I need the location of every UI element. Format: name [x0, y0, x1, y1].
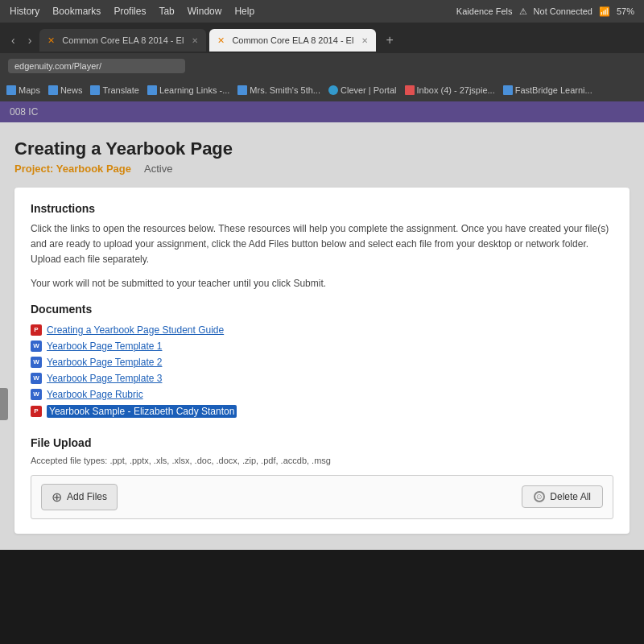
system-status: Kaidence Fels ⚠ Not Connected 📶 57%	[456, 6, 634, 17]
add-files-button[interactable]: ⊕ Add Files	[41, 484, 118, 510]
add-files-label: Add Files	[67, 491, 107, 502]
document-list: P Creating a Yearbook Page Student Guide…	[31, 322, 613, 420]
bookmark-fastbridge-label: FastBridge Learni...	[515, 85, 592, 95]
bookmark-clever[interactable]: Clever | Portal	[328, 85, 397, 95]
instructions-text-1: Click the links to open the resources be…	[31, 221, 613, 268]
bookmark-clever-label: Clever | Portal	[341, 85, 397, 95]
bookmark-maps[interactable]: Maps	[6, 85, 40, 95]
main-content: Creating a Yearbook Page Project: Yearbo…	[0, 122, 644, 550]
bookmark-smith-label: Mrs. Smith's 5th...	[250, 85, 320, 95]
tab-2-close[interactable]: ✕	[361, 36, 368, 45]
doc-icon-0: P	[31, 324, 42, 336]
tab-2-favicon: ✕	[217, 35, 227, 45]
menu-bar: History Bookmarks Profiles Tab Window He…	[0, 0, 644, 23]
bookmark-inbox-label: Inbox (4) - 27jspie...	[417, 85, 495, 95]
purple-bar-text: 008 IC	[10, 106, 38, 118]
file-upload-section: File Upload Accepted file types: .ppt, .…	[31, 436, 613, 519]
side-tab-handle[interactable]	[0, 388, 8, 420]
instructions-text-2: Your work will not be submitted to your …	[31, 276, 613, 291]
bookmark-news-icon	[48, 85, 58, 95]
doc-link-2[interactable]: Yearbook Page Template 2	[47, 357, 162, 368]
bookmark-learning-icon	[147, 85, 157, 95]
connection-label: Not Connected	[534, 6, 592, 16]
bookmark-translate[interactable]: Translate	[90, 85, 138, 95]
doc-icon-3: W	[31, 373, 42, 384]
delete-icon: ⊙	[534, 491, 545, 502]
documents-section: Documents P Creating a Yearbook Page Stu…	[31, 303, 613, 420]
doc-item-4: W Yearbook Page Rubric	[31, 386, 613, 402]
tab-1-label: Common Core ELA 8 2014 - El	[62, 35, 184, 45]
doc-item-1: W Yearbook Page Template 1	[31, 338, 613, 354]
doc-icon-4: W	[31, 389, 42, 400]
wifi-icon: 📶	[599, 6, 610, 17]
bookmark-maps-label: Maps	[19, 85, 40, 95]
upload-area: ⊕ Add Files ⊙ Delete All	[31, 475, 613, 519]
menu-tab[interactable]: Tab	[159, 6, 174, 17]
plus-icon: ⊕	[52, 489, 62, 505]
menu-window[interactable]: Window	[188, 6, 222, 17]
doc-link-5[interactable]: Yearbook Sample - Elizabeth Cady Stanton	[47, 405, 237, 418]
bookmark-learning-label: Learning Links -...	[159, 85, 229, 95]
doc-item-3: W Yearbook Page Template 3	[31, 370, 613, 386]
doc-icon-2: W	[31, 357, 42, 368]
doc-item-0: P Creating a Yearbook Page Student Guide	[31, 322, 613, 338]
doc-item-5: P Yearbook Sample - Elizabeth Cady Stant…	[31, 402, 613, 420]
doc-icon-1: W	[31, 341, 42, 352]
content-card: Instructions Click the links to open the…	[14, 188, 630, 534]
bookmark-fastbridge[interactable]: FastBridge Learni...	[503, 85, 592, 95]
bookmark-smith-icon	[237, 85, 247, 95]
bookmark-translate-icon	[90, 85, 100, 95]
page-title: Creating a Yearbook Page	[14, 138, 630, 159]
new-tab-button[interactable]: +	[379, 31, 399, 49]
project-bar: Project: Yearbook Page Active	[14, 163, 630, 175]
tab-2-label: Common Core ELA 8 2014 - El	[232, 35, 353, 45]
tab-forward-button[interactable]: ›	[23, 32, 37, 48]
accepted-types-text: Accepted file types: .ppt, .pptx, .xls, …	[31, 456, 613, 465]
tab-bar: ‹ › ✕ Common Core ELA 8 2014 - El ✕ ✕ Co…	[0, 23, 644, 53]
bookmark-clever-icon	[328, 85, 338, 95]
bookmark-news-label: News	[60, 85, 83, 95]
tab-1-close[interactable]: ✕	[192, 36, 198, 45]
bookmark-learning[interactable]: Learning Links -...	[147, 85, 229, 95]
doc-link-1[interactable]: Yearbook Page Template 1	[47, 341, 162, 352]
bookmark-news[interactable]: News	[48, 85, 83, 95]
delete-all-label: Delete All	[550, 491, 591, 502]
menu-profiles[interactable]: Profiles	[114, 6, 146, 17]
doc-link-0[interactable]: Creating a Yearbook Page Student Guide	[47, 324, 224, 336]
file-upload-heading: File Upload	[31, 436, 613, 449]
menu-help[interactable]: Help	[234, 6, 254, 17]
bookmarks-bar: Maps News Translate Learning Links -... …	[0, 79, 644, 101]
tab-1[interactable]: ✕ Common Core ELA 8 2014 - El ✕	[39, 29, 206, 52]
menu-items: History Bookmarks Profiles Tab Window He…	[10, 6, 254, 17]
project-label: Project: Yearbook Page	[14, 163, 131, 175]
documents-heading: Documents	[31, 303, 613, 316]
bookmark-translate-label: Translate	[102, 85, 138, 95]
user-name: Kaidence Fels	[456, 6, 513, 16]
bookmark-inbox-icon	[405, 85, 415, 95]
address-bar: edgenuity.com/Player/	[0, 53, 644, 79]
tab-back-button[interactable]: ‹	[6, 32, 20, 48]
project-status: Active	[144, 163, 172, 175]
bookmark-fastbridge-icon	[503, 85, 513, 95]
instructions-heading: Instructions	[31, 202, 613, 215]
url-input[interactable]: edgenuity.com/Player/	[8, 59, 185, 73]
menu-history[interactable]: History	[10, 6, 39, 17]
bookmark-smith[interactable]: Mrs. Smith's 5th...	[237, 85, 320, 95]
tab-1-favicon: ✕	[47, 35, 57, 45]
bookmark-inbox[interactable]: Inbox (4) - 27jspie...	[405, 85, 495, 95]
delete-all-button[interactable]: ⊙ Delete All	[522, 485, 603, 508]
purple-bar: 008 IC	[0, 101, 644, 122]
tab-2[interactable]: ✕ Common Core ELA 8 2014 - El ✕	[209, 29, 376, 52]
doc-link-3[interactable]: Yearbook Page Template 3	[47, 373, 162, 384]
menu-bookmarks[interactable]: Bookmarks	[52, 6, 101, 17]
doc-item-2: W Yearbook Page Template 2	[31, 354, 613, 370]
doc-link-4[interactable]: Yearbook Page Rubric	[47, 389, 143, 400]
bookmark-maps-icon	[6, 85, 16, 95]
doc-icon-5: P	[31, 406, 42, 417]
connection-status: ⚠	[519, 6, 527, 17]
battery-status: 57%	[617, 6, 634, 16]
